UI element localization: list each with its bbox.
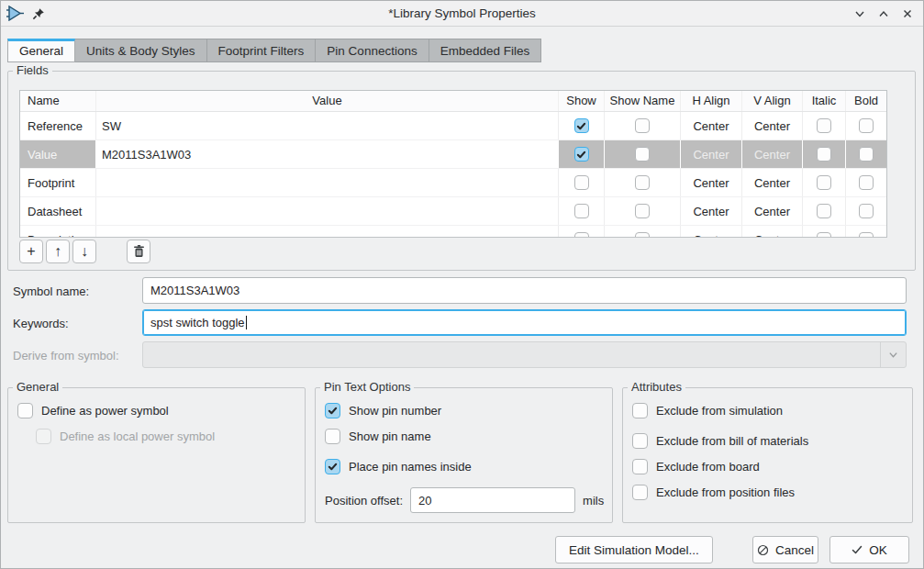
- exclude-from-position-files-checkbox[interactable]: Exclude from position files: [632, 483, 905, 501]
- checkbox-unchecked[interactable]: [859, 147, 874, 162]
- field-bold-cell[interactable]: [846, 140, 886, 168]
- maximize-icon[interactable]: [877, 7, 890, 20]
- exclude-from-bom-checkbox[interactable]: Exclude from bill of materials: [632, 431, 905, 450]
- field-v-align-cell[interactable]: Center: [742, 140, 803, 168]
- column-header-italic[interactable]: Italic: [803, 91, 846, 111]
- field-show-cell[interactable]: [559, 226, 605, 238]
- field-name-cell[interactable]: Datasheet: [20, 197, 96, 225]
- symbol-name-input[interactable]: M2011S3A1W03: [142, 277, 907, 304]
- field-v-align-cell[interactable]: Center: [742, 169, 803, 196]
- move-down-button[interactable]: ↓: [72, 240, 96, 263]
- field-show-name-cell[interactable]: [605, 112, 681, 139]
- field-show-cell[interactable]: [559, 140, 605, 168]
- checkbox-unchecked[interactable]: [574, 232, 589, 238]
- column-header-h-align[interactable]: H Align: [681, 91, 742, 111]
- tab-units-body-styles[interactable]: Units & Body Styles: [75, 39, 207, 62]
- field-row-datasheet[interactable]: DatasheetCenterCenter: [20, 197, 886, 226]
- delete-field-button[interactable]: [127, 240, 150, 263]
- checkbox-unchecked[interactable]: [817, 175, 831, 190]
- checkbox-unchecked[interactable]: [817, 204, 831, 218]
- checkbox-unchecked[interactable]: [635, 147, 650, 162]
- checkbox-checked[interactable]: [325, 403, 340, 418]
- checkbox-unchecked[interactable]: [635, 204, 650, 218]
- column-header-show-name[interactable]: Show Name: [605, 91, 681, 111]
- checkbox-checked[interactable]: [325, 459, 340, 474]
- column-header-value[interactable]: Value: [96, 91, 559, 111]
- field-bold-cell[interactable]: [846, 226, 886, 238]
- field-bold-cell[interactable]: [846, 112, 886, 139]
- show-pin-number-checkbox[interactable]: Show pin number: [325, 401, 605, 419]
- checkbox-unchecked[interactable]: [817, 118, 831, 133]
- column-header-name[interactable]: Name: [20, 91, 96, 111]
- field-v-align-cell[interactable]: Center: [742, 112, 803, 139]
- field-h-align-cell[interactable]: Center: [681, 112, 742, 139]
- field-italic-cell[interactable]: [803, 169, 846, 196]
- field-v-align-cell[interactable]: Center: [742, 226, 803, 238]
- checkbox-unchecked[interactable]: [632, 459, 648, 474]
- field-show-cell[interactable]: [559, 112, 605, 139]
- place-pin-names-inside-checkbox[interactable]: Place pin names inside: [325, 457, 605, 475]
- field-show-name-cell[interactable]: [605, 140, 681, 168]
- field-h-align-cell[interactable]: Center: [681, 140, 742, 168]
- column-header-show[interactable]: Show: [559, 91, 605, 111]
- edit-simulation-model-button[interactable]: Edit Simulation Model...: [555, 536, 713, 563]
- checkbox-unchecked[interactable]: [632, 403, 648, 418]
- checkbox-unchecked[interactable]: [859, 204, 874, 218]
- tab-general[interactable]: General: [7, 39, 75, 62]
- field-italic-cell[interactable]: [803, 197, 846, 225]
- field-row-reference[interactable]: ReferenceSWCenterCenter: [20, 112, 886, 140]
- column-header-v-align[interactable]: V Align: [742, 91, 803, 111]
- field-italic-cell[interactable]: [803, 112, 846, 139]
- close-icon[interactable]: [901, 7, 914, 20]
- field-bold-cell[interactable]: [846, 169, 886, 196]
- checkbox-checked[interactable]: [574, 118, 589, 133]
- checkbox-unchecked[interactable]: [859, 175, 874, 190]
- checkbox-unchecked[interactable]: [632, 433, 648, 449]
- pushpin-icon[interactable]: [32, 7, 45, 20]
- tab-embedded-files[interactable]: Embedded Files: [429, 39, 542, 62]
- exclude-from-board-checkbox[interactable]: Exclude from board: [632, 457, 905, 475]
- field-show-name-cell[interactable]: [605, 169, 681, 196]
- checkbox-unchecked[interactable]: [17, 403, 33, 418]
- checkbox-checked[interactable]: [574, 147, 589, 162]
- cancel-button[interactable]: Cancel: [752, 536, 818, 563]
- tab-pin-connections[interactable]: Pin Connections: [316, 39, 429, 62]
- field-h-align-cell[interactable]: Center: [681, 169, 742, 196]
- field-row-description[interactable]: DescriptionCenterCenter: [20, 226, 886, 238]
- field-show-cell[interactable]: [559, 197, 605, 225]
- exclude-from-simulation-checkbox[interactable]: Exclude from simulation: [632, 401, 905, 419]
- tab-footprint-filters[interactable]: Footprint Filters: [207, 39, 317, 62]
- field-value-cell[interactable]: [96, 226, 559, 238]
- position-offset-input[interactable]: 20: [410, 487, 575, 513]
- field-italic-cell[interactable]: [803, 226, 846, 238]
- field-show-name-cell[interactable]: [605, 197, 681, 225]
- checkbox-unchecked[interactable]: [635, 232, 650, 238]
- field-name-cell[interactable]: Footprint: [20, 169, 96, 196]
- show-pin-name-checkbox[interactable]: Show pin name: [325, 427, 605, 445]
- column-header-bold[interactable]: Bold: [846, 91, 886, 111]
- add-field-button[interactable]: +: [19, 240, 43, 263]
- checkbox-unchecked[interactable]: [325, 429, 340, 444]
- field-show-name-cell[interactable]: [605, 226, 681, 238]
- define-as-power-symbol-checkbox[interactable]: Define as power symbol: [17, 401, 297, 419]
- checkbox-unchecked[interactable]: [817, 232, 831, 238]
- minimize-icon[interactable]: [853, 7, 866, 20]
- field-value-cell[interactable]: [96, 197, 559, 225]
- checkbox-unchecked[interactable]: [859, 118, 874, 133]
- checkbox-unchecked[interactable]: [574, 175, 589, 190]
- checkbox-unchecked[interactable]: [632, 485, 648, 500]
- field-name-cell[interactable]: Value: [20, 140, 96, 168]
- field-row-footprint[interactable]: FootprintCenterCenter: [20, 169, 886, 197]
- field-name-cell[interactable]: Reference: [20, 112, 96, 139]
- field-value-cell[interactable]: SW: [96, 112, 559, 139]
- field-value-cell[interactable]: M2011S3A1W03: [96, 140, 559, 168]
- field-italic-cell[interactable]: [803, 140, 846, 168]
- fields-table[interactable]: Name Value Show Show Name H Align V Alig…: [19, 90, 887, 238]
- field-name-cell[interactable]: Description: [20, 226, 96, 238]
- checkbox-unchecked[interactable]: [859, 232, 874, 238]
- field-h-align-cell[interactable]: Center: [681, 226, 742, 238]
- checkbox-unchecked[interactable]: [635, 118, 650, 133]
- field-h-align-cell[interactable]: Center: [681, 197, 742, 225]
- field-v-align-cell[interactable]: Center: [742, 197, 803, 225]
- field-row-value[interactable]: ValueM2011S3A1W03CenterCenter: [20, 140, 886, 169]
